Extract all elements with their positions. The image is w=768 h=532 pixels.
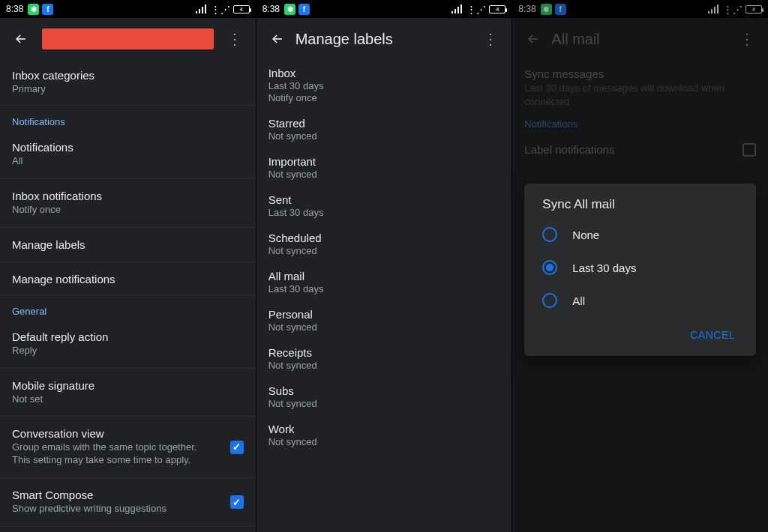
manage-notifications-row[interactable]: Manage notifications — [0, 264, 256, 295]
label-status: Last 30 days — [268, 207, 500, 218]
row-desc: Group emails with the same topic togethe… — [12, 441, 217, 467]
label-row[interactable]: PersonalNot synced — [256, 301, 512, 339]
account-email-redacted — [42, 28, 214, 49]
row-value: Reply — [12, 345, 244, 357]
label-status: Not synced — [268, 169, 500, 180]
dialog-title: Sync All mail — [524, 197, 756, 218]
settings-content: Inbox categories Primary Notifications N… — [0, 60, 256, 532]
label-status: Not synced — [268, 245, 500, 256]
pane-all-mail: 8:38 ✱f ⋮⋰4 All mail ⋮ Sync messages Las… — [512, 0, 768, 532]
row-title: Manage notifications — [12, 273, 244, 285]
default-reply-row[interactable]: Default reply action Reply — [0, 321, 256, 366]
battery-icon: 4 — [489, 5, 506, 13]
manage-labels-row[interactable]: Manage labels — [0, 229, 256, 260]
label-name: Important — [268, 155, 500, 168]
row-value: Not set — [12, 393, 244, 406]
label-row[interactable]: StarredNot synced — [256, 110, 512, 148]
notifications-row[interactable]: Notifications All — [0, 132, 256, 177]
label-name: Work — [268, 423, 500, 435]
radio-icon — [542, 260, 557, 275]
option-label: None — [572, 229, 599, 241]
label-name: Personal — [268, 308, 500, 321]
conversation-view-row[interactable]: Conversation view Group emails with the … — [0, 418, 256, 476]
sync-option[interactable]: None — [524, 218, 756, 251]
dialog-actions: CANCEL — [524, 317, 756, 350]
whatsapp-icon: ✱ — [28, 4, 39, 15]
labels-list: InboxLast 30 daysNotify onceStarredNot s… — [256, 60, 512, 532]
label-name: Subs — [268, 384, 500, 397]
sync-option[interactable]: All — [524, 284, 756, 317]
label-row[interactable]: InboxLast 30 daysNotify once — [256, 60, 512, 110]
row-title: Notifications — [12, 141, 244, 154]
overflow-menu-button[interactable]: ⋮ — [220, 24, 250, 54]
sync-dialog: Sync All mail NoneLast 30 daysAll CANCEL — [524, 184, 756, 356]
option-label: Last 30 days — [572, 262, 636, 274]
label-name: All mail — [268, 270, 500, 282]
row-value: All — [12, 155, 244, 168]
cancel-button[interactable]: CANCEL — [681, 323, 744, 347]
pane-manage-labels: 8:38 ✱f ⋮⋰4 Manage labels ⋮ InboxLast 30… — [256, 0, 513, 532]
signal-icon — [196, 4, 208, 13]
label-row[interactable]: SentLast 30 days — [256, 187, 512, 225]
row-value: Primary — [12, 83, 244, 96]
wifi-icon: ⋮⋰ — [466, 4, 486, 15]
label-name: Sent — [268, 193, 500, 206]
row-title: Inbox categories — [12, 69, 244, 82]
sync-option[interactable]: Last 30 days — [524, 251, 756, 284]
radio-icon — [542, 293, 557, 308]
row-title: Default reply action — [12, 330, 244, 343]
label-status: Last 30 days — [268, 283, 500, 294]
wifi-icon: ⋮⋰ — [211, 4, 230, 15]
label-name: Receipts — [268, 346, 500, 359]
status-time: 8:38 — [6, 4, 23, 14]
label-name: Inbox — [268, 67, 500, 79]
row-desc: Show predictive writing suggestions — [12, 503, 217, 516]
inbox-categories-row[interactable]: Inbox categories Primary — [0, 60, 256, 106]
label-status: Not synced — [268, 130, 500, 142]
back-arrow-icon — [270, 31, 285, 46]
section-general: General — [0, 295, 256, 321]
conversation-view-checkbox[interactable] — [230, 441, 244, 454]
label-status: Not synced — [268, 360, 500, 371]
inbox-notifications-row[interactable]: Inbox notifications Notify once — [0, 181, 256, 226]
mobile-signature-row[interactable]: Mobile signature Not set — [0, 370, 256, 415]
whatsapp-icon: ✱ — [284, 4, 296, 15]
back-button[interactable] — [262, 24, 292, 54]
label-name: Scheduled — [268, 232, 500, 244]
back-arrow-icon — [14, 31, 28, 46]
page-title: Manage labels — [292, 31, 476, 48]
smart-compose-row[interactable]: Smart Compose Show predictive writing su… — [0, 480, 256, 525]
label-status: Not synced — [268, 436, 500, 447]
label-row[interactable]: ReceiptsNot synced — [256, 339, 512, 378]
label-row[interactable]: ScheduledNot synced — [256, 225, 512, 263]
status-time: 8:38 — [262, 4, 280, 14]
facebook-icon: f — [42, 4, 53, 15]
row-title: Smart Compose — [12, 489, 217, 501]
label-row[interactable]: WorkNot synced — [256, 416, 512, 454]
status-bar: 8:38 ✱ f ⋮⋰ 4 — [0, 0, 256, 18]
radio-icon — [542, 227, 557, 242]
row-title: Conversation view — [12, 427, 217, 440]
smart-reply-row[interactable]: Smart Reply — [0, 528, 256, 532]
status-bar: 8:38 ✱f ⋮⋰4 — [256, 0, 512, 18]
status-icons-right: ⋮⋰ 4 — [196, 4, 250, 15]
dialog-overlay[interactable]: Sync All mail NoneLast 30 daysAll CANCEL — [512, 0, 768, 532]
overflow-menu-button[interactable]: ⋮ — [476, 24, 506, 54]
row-value: Notify once — [12, 204, 244, 217]
pane-account-settings: 8:38 ✱ f ⋮⋰ 4 ⋮ Inbox categories — [0, 0, 256, 532]
signal-icon — [452, 4, 464, 13]
label-status: Not synced — [268, 321, 500, 333]
label-status2: Notify once — [268, 92, 500, 103]
label-row[interactable]: SubsNot synced — [256, 378, 512, 416]
facebook-icon: f — [298, 4, 310, 15]
label-row[interactable]: ImportantNot synced — [256, 148, 512, 187]
label-status: Last 30 days — [268, 80, 500, 91]
label-row[interactable]: All mailLast 30 days — [256, 263, 512, 301]
back-button[interactable] — [6, 24, 36, 54]
section-notifications: Notifications — [0, 106, 256, 132]
status-icons-left: ✱ f — [28, 4, 53, 15]
smart-compose-checkbox[interactable] — [230, 495, 244, 509]
row-title: Manage labels — [12, 238, 244, 251]
option-label: All — [572, 294, 585, 307]
battery-icon: 4 — [233, 5, 250, 13]
